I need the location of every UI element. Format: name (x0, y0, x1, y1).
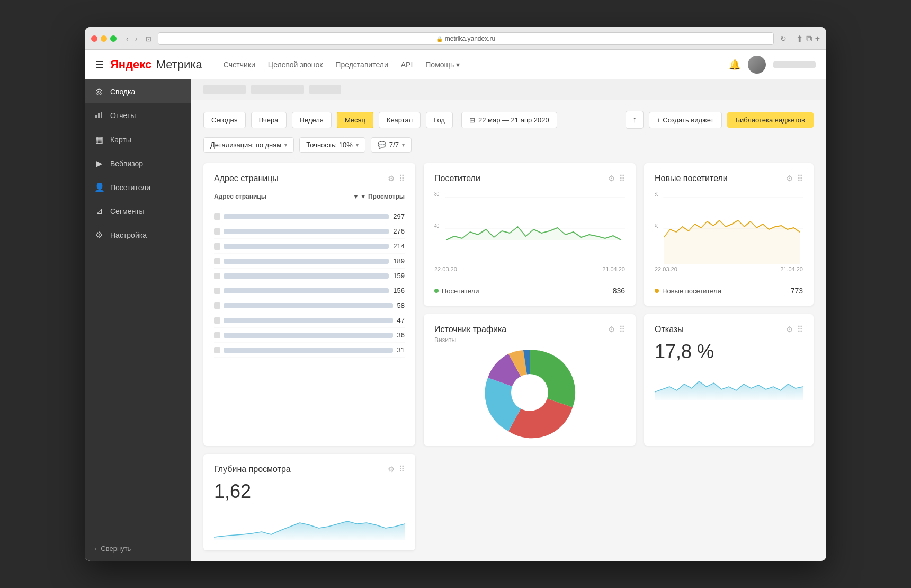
favicon-icon (214, 288, 220, 294)
svg-text:40: 40 (655, 222, 658, 229)
sidebar-label-webvisor: Вебвизор (110, 159, 143, 168)
create-widget-button[interactable]: + Создать виджет (649, 112, 721, 128)
sidebar-item-reports[interactable]: Отчеты (85, 103, 191, 128)
new-visitors-legend-item: Новые посетители (655, 287, 721, 295)
visitors-legend-item: Посетители (434, 287, 479, 295)
webvisor-icon: ▶ (94, 158, 104, 168)
sidebar-item-maps[interactable]: ▦ Карты (85, 128, 191, 152)
nav-help[interactable]: Помощь ▾ (425, 60, 460, 69)
bounce-settings-icon[interactable]: ⚙ (786, 325, 793, 334)
bounce-title: Отказы (655, 325, 684, 334)
traffic-controls: ⚙ ⠿ (608, 325, 625, 334)
back-button[interactable]: ‹ (124, 33, 131, 44)
url-bar (224, 214, 389, 219)
new-visitors-grid-icon[interactable]: ⠿ (797, 174, 803, 183)
visitors-icon: 👤 (94, 182, 104, 192)
period-today[interactable]: Сегодня (203, 112, 246, 128)
settings-icon: ⚙ (94, 230, 104, 240)
breadcrumb-2 (251, 85, 304, 94)
url-bar (224, 303, 393, 308)
url-bar (224, 259, 389, 264)
table-row: 214 (214, 239, 405, 254)
visitors-controls: ⚙ ⠿ (608, 174, 625, 183)
sidebar-item-webvisor[interactable]: ▶ Вебвизор (85, 152, 191, 175)
new-visitors-title: Новые посетители (655, 174, 728, 183)
traffic-settings-icon[interactable]: ⚙ (608, 325, 615, 334)
new-visitors-settings-icon[interactable]: ⚙ (786, 174, 793, 183)
collapse-label: Свернуть (101, 545, 131, 553)
depth-controls: ⚙ ⠿ (388, 465, 405, 474)
share-button[interactable]: ↑ (626, 111, 644, 129)
depth-settings-icon[interactable]: ⚙ (388, 465, 395, 474)
minimize-button[interactable] (101, 35, 107, 42)
nav-calls[interactable]: Целевой звонок (268, 60, 323, 69)
detail-button[interactable]: Детализация: по дням ▾ (203, 137, 294, 153)
detail-chevron-icon: ▾ (284, 142, 287, 148)
address-title: Адрес страницы (214, 174, 279, 183)
address-settings-icon[interactable]: ⚙ (388, 174, 395, 183)
period-year[interactable]: Год (426, 112, 453, 128)
reload-button[interactable]: ↻ (778, 33, 789, 44)
date-range-text: 22 мар — 21 апр 2020 (478, 116, 549, 124)
table-row: 189 (214, 254, 405, 269)
address-controls: ⚙ ⠿ (388, 174, 405, 183)
collapse-button[interactable]: ‹ Свернуть (85, 536, 191, 561)
new-visitors-legend: Новые посетители 773 (655, 280, 803, 295)
bounce-value: 17,8 % (655, 341, 803, 363)
visitors-grid-icon[interactable]: ⠿ (619, 174, 625, 183)
browser-chrome: ‹ › ⊡ 🔒 metrika.yandex.ru ↻ ⬆ ⧉ + (85, 27, 826, 50)
window-button[interactable]: ⊡ (144, 34, 154, 44)
accuracy-button[interactable]: Точность: 10% ▾ (299, 137, 365, 153)
sidebar-item-segments[interactable]: ⊿ Сегменты (85, 199, 191, 223)
sidebar-item-settings[interactable]: ⚙ Настройка (85, 223, 191, 247)
visitors-settings-icon[interactable]: ⚙ (608, 174, 615, 183)
bell-icon[interactable]: 🔔 (729, 59, 740, 70)
date-range-button[interactable]: ⊞ 22 мар — 21 апр 2020 (461, 112, 557, 128)
address-bar[interactable]: 🔒 metrika.yandex.ru (158, 32, 773, 45)
traffic-grid-icon[interactable]: ⠿ (619, 325, 625, 334)
address-widget: Адрес страницы ⚙ ⠿ Адрес страницы ▼ (203, 163, 415, 446)
hamburger-icon[interactable]: ☰ (95, 59, 104, 70)
summary-icon: ◎ (94, 86, 104, 96)
sidebar-item-visitors[interactable]: 👤 Посетители (85, 175, 191, 199)
period-month[interactable]: Месяц (337, 112, 373, 128)
depth-value: 1,62 (214, 480, 405, 503)
comments-button[interactable]: 💬 7/7 ▾ (371, 137, 412, 153)
visitors-chart: 80 40 (434, 190, 625, 264)
avatar[interactable] (748, 56, 766, 74)
widget-library-button[interactable]: Библиотека виджетов (727, 112, 814, 128)
sidebar-item-summary[interactable]: ◎ Сводка (85, 79, 191, 103)
nav-api[interactable]: API (401, 60, 413, 69)
bounce-grid-icon[interactable]: ⠿ (797, 325, 803, 334)
favicon-icon (214, 258, 220, 264)
depth-title: Глубина просмотра (214, 465, 291, 474)
segments-icon: ⊿ (94, 206, 104, 216)
period-quarter[interactable]: Квартал (379, 112, 421, 128)
breadcrumb (191, 79, 826, 100)
sidebar-label-reports: Отчеты (110, 111, 136, 120)
nav-representatives[interactable]: Представители (335, 60, 388, 69)
sort-icon: ▼ (353, 193, 359, 200)
new-tab-button[interactable]: + (815, 34, 820, 44)
nav-counters[interactable]: Счетчики (224, 60, 255, 69)
share-browser-button[interactable]: ⬆ (796, 34, 803, 44)
visitors-legend: Посетители 836 (434, 280, 625, 295)
top-nav-links: Счетчики Целевой звонок Представители AP… (224, 60, 729, 69)
address-col-title: Адрес страницы (214, 193, 266, 200)
visitors-legend-dot (434, 289, 439, 293)
period-toolbar: Сегодня Вчера Неделя Месяц Квартал Год ⊞… (203, 111, 814, 129)
fullscreen-button[interactable] (110, 35, 117, 42)
top-nav-right: 🔔 (729, 56, 816, 74)
period-week[interactable]: Неделя (292, 112, 332, 128)
forward-button[interactable]: › (133, 33, 140, 44)
tabs-button[interactable]: ⧉ (806, 34, 812, 44)
address-grid-icon[interactable]: ⠿ (399, 174, 405, 183)
address-column-headers: Адрес страницы ▼ ▼ Просмотры (214, 190, 405, 206)
depth-widget: Глубина просмотра ⚙ ⠿ 1,62 (203, 454, 415, 550)
close-button[interactable] (91, 35, 97, 42)
visitors-widget: Посетители ⚙ ⠿ 80 40 (424, 163, 636, 306)
visitors-header: Посетители ⚙ ⠿ (434, 174, 625, 183)
depth-grid-icon[interactable]: ⠿ (399, 465, 405, 474)
comments-chevron-icon: ▾ (402, 142, 405, 148)
period-yesterday[interactable]: Вчера (251, 112, 287, 128)
